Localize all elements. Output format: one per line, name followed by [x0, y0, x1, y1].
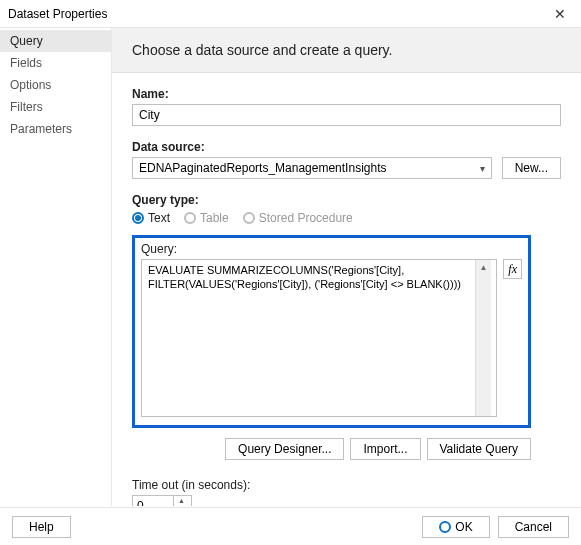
- sidebar-item-parameters[interactable]: Parameters: [0, 118, 111, 140]
- radio-label: Table: [200, 211, 229, 225]
- page-subheader: Choose a data source and create a query.: [112, 28, 581, 73]
- sidebar-item-fields[interactable]: Fields: [0, 52, 111, 74]
- window-title: Dataset Properties: [8, 7, 547, 21]
- timeout-spinner[interactable]: ▲ ▼: [132, 495, 192, 506]
- name-label: Name:: [132, 87, 561, 101]
- ok-button[interactable]: OK: [422, 516, 489, 538]
- sidebar-item-options[interactable]: Options: [0, 74, 111, 96]
- data-source-value: EDNAPaginatedReports_ManagementInsights: [139, 161, 386, 175]
- ok-label: OK: [455, 520, 472, 534]
- query-designer-button[interactable]: Query Designer...: [225, 438, 344, 460]
- sidebar-item-query[interactable]: Query: [0, 30, 111, 52]
- data-source-label: Data source:: [132, 140, 561, 154]
- query-type-table-radio[interactable]: Table: [184, 211, 229, 225]
- query-type-label: Query type:: [132, 193, 561, 207]
- new-data-source-button[interactable]: New...: [502, 157, 561, 179]
- scrollbar[interactable]: ▲: [475, 260, 491, 416]
- sidebar: Query Fields Options Filters Parameters: [0, 28, 112, 506]
- radio-label: Stored Procedure: [259, 211, 353, 225]
- timeout-input[interactable]: [133, 496, 173, 506]
- radio-label: Text: [148, 211, 170, 225]
- query-type-text-radio[interactable]: Text: [132, 211, 170, 225]
- query-type-stored-procedure-radio[interactable]: Stored Procedure: [243, 211, 353, 225]
- name-input[interactable]: [132, 104, 561, 126]
- cancel-button[interactable]: Cancel: [498, 516, 569, 538]
- timeout-label: Time out (in seconds):: [132, 478, 561, 492]
- query-label: Query:: [141, 242, 522, 256]
- import-button[interactable]: Import...: [350, 438, 420, 460]
- help-button[interactable]: Help: [12, 516, 71, 538]
- close-icon[interactable]: ✕: [547, 6, 573, 22]
- data-source-dropdown[interactable]: EDNAPaginatedReports_ManagementInsights …: [132, 157, 492, 179]
- sidebar-item-filters[interactable]: Filters: [0, 96, 111, 118]
- expression-fx-button[interactable]: fx: [503, 259, 522, 279]
- query-textarea[interactable]: [141, 259, 497, 417]
- validate-query-button[interactable]: Validate Query: [427, 438, 532, 460]
- spinner-up-icon[interactable]: ▲: [174, 496, 189, 506]
- chevron-down-icon: ▾: [480, 163, 485, 174]
- ok-ring-icon: [439, 521, 451, 533]
- scroll-up-icon[interactable]: ▲: [476, 260, 491, 274]
